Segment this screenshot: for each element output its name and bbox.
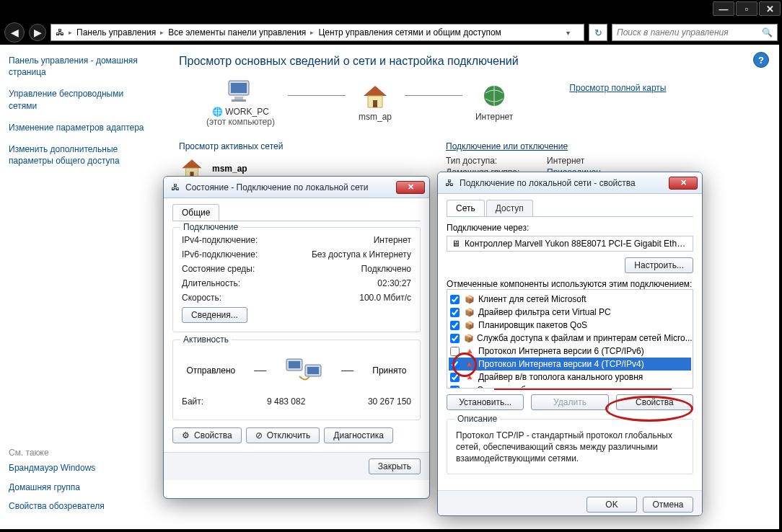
- see-also-internet-options[interactable]: Свойства обозревателя: [9, 500, 150, 512]
- cancel-button-dialog[interactable]: Отмена: [643, 497, 693, 513]
- value-media: Подключено: [361, 264, 411, 274]
- service-icon: 📦: [464, 293, 475, 305]
- globe-small-icon: 🌐: [212, 107, 223, 117]
- component-checkbox[interactable]: [450, 373, 460, 382]
- diagnose-button[interactable]: Диагностика: [324, 427, 393, 443]
- close-dialog-button[interactable]: Закрыть: [369, 458, 421, 474]
- label-ipv6: IPv6-подключение:: [182, 249, 258, 260]
- network-center-icon: 🖧: [56, 27, 64, 37]
- protocol-icon: 🔺: [464, 358, 475, 370]
- search-input[interactable]: [617, 27, 762, 37]
- label-connect-via: Подключение через:: [447, 223, 693, 233]
- component-item[interactable]: 📦Планировщик пакетов QoS: [449, 319, 691, 332]
- help-icon[interactable]: ?: [753, 52, 769, 68]
- see-also-firewall[interactable]: Брандмауэр Windows: [9, 462, 150, 474]
- protocol-icon: 🔺: [464, 345, 475, 357]
- component-item[interactable]: 🔺Ответчик обнаружения топологии канально…: [449, 384, 691, 389]
- sidebar-link-adapter-settings[interactable]: Изменение параметров адаптера: [9, 122, 150, 133]
- value-duration: 02:30:27: [377, 278, 411, 288]
- adapter-icon: 🖧: [171, 182, 180, 192]
- adapter-field: 🖥 Контроллер Marvell Yukon 88E8071 PCI-E…: [447, 236, 693, 252]
- component-checkbox[interactable]: [450, 347, 460, 356]
- component-checkbox[interactable]: [450, 295, 460, 304]
- active-networks-title: Просмотр активных сетей: [179, 141, 446, 151]
- search-box[interactable]: 🔍: [612, 24, 778, 41]
- configure-button[interactable]: Настроить...: [625, 257, 693, 273]
- component-properties-button[interactable]: Свойства: [616, 394, 693, 410]
- svg-rect-2: [234, 97, 243, 99]
- component-item[interactable]: 📦Драйвер фильтра сети Virtual PC: [449, 306, 691, 319]
- adapter-name: Контроллер Marvell Yukon 88E8071 PCI-E G…: [465, 239, 688, 249]
- properties-dialog-close[interactable]: ✕: [669, 177, 698, 190]
- gear-icon: ⚙: [182, 430, 190, 440]
- component-item[interactable]: 🔺Протокол Интернета версии 6 (TCP/IPv6): [449, 345, 691, 358]
- tab-network[interactable]: Сеть: [447, 200, 485, 216]
- svg-rect-6: [373, 100, 377, 107]
- properties-button[interactable]: ⚙Свойства: [172, 427, 242, 443]
- label-bytes: Байт:: [182, 396, 203, 407]
- details-button[interactable]: Сведения...: [182, 307, 247, 323]
- component-checkbox[interactable]: [450, 386, 460, 389]
- component-label: Планировщик пакетов QoS: [478, 320, 587, 330]
- back-button[interactable]: ◀: [4, 22, 25, 43]
- node-pc-sub: (этот компьютер): [206, 117, 275, 127]
- active-network-name[interactable]: msm_ap: [212, 164, 247, 174]
- tab-general[interactable]: Общие: [172, 204, 219, 221]
- component-item[interactable]: 📦Служба доступа к файлам и принтерам сет…: [449, 332, 691, 345]
- crumb-network-center[interactable]: Центр управления сетями и общим доступом: [318, 27, 501, 37]
- ok-button[interactable]: OK: [586, 497, 637, 513]
- search-icon: 🔍: [762, 27, 773, 37]
- globe-icon: [480, 83, 509, 110]
- navigation-bar: ◀ ▶ 🖧 ▸ Панель управления ▸ Все элементы…: [0, 20, 782, 45]
- components-list[interactable]: 📦Клиент для сетей Microsoft📦Драйвер филь…: [447, 289, 693, 389]
- view-full-map-link[interactable]: Просмотр полной карты: [569, 83, 666, 93]
- label-speed: Скорость:: [182, 293, 221, 303]
- breadcrumb[interactable]: 🖧 ▸ Панель управления ▸ Все элементы пан…: [50, 24, 584, 41]
- value-ipv4: Интернет: [374, 235, 411, 245]
- label-components: Отмеченные компоненты используются этим …: [447, 279, 693, 289]
- label-media: Состояние среды:: [182, 264, 255, 274]
- crumb-control-panel[interactable]: Панель управления: [76, 27, 156, 37]
- sidebar-link-wireless[interactable]: Управление беспроводными сетями: [9, 88, 150, 111]
- svg-marker-4: [364, 86, 387, 96]
- maximize-button[interactable]: ▫: [736, 1, 757, 16]
- refresh-button[interactable]: ↻: [589, 24, 607, 41]
- nic-icon: 🖥: [452, 239, 460, 249]
- component-checkbox[interactable]: [450, 360, 460, 369]
- component-checkbox[interactable]: [450, 334, 460, 343]
- forward-button[interactable]: ▶: [29, 24, 46, 41]
- group-description: Описание: [454, 414, 500, 424]
- house-icon: [361, 83, 390, 110]
- component-item[interactable]: 🔺Драйвер в/в тополога канального уровня: [449, 371, 691, 384]
- map-line: [405, 95, 462, 96]
- disable-icon: ⊘: [255, 430, 263, 440]
- service-icon: 📦: [464, 306, 475, 318]
- install-button[interactable]: Установить...: [447, 394, 524, 410]
- group-activity: Активность: [180, 334, 232, 345]
- service-icon: 📦: [464, 332, 474, 344]
- monitors-icon: [285, 355, 322, 386]
- node-internet-name: Интернет: [475, 112, 513, 122]
- see-also-title: См. также: [9, 448, 150, 458]
- component-checkbox[interactable]: [450, 321, 460, 330]
- component-item[interactable]: 🔺Протокол Интернета версии 4 (TCP/IPv4): [449, 358, 691, 371]
- component-item[interactable]: 📦Клиент для сетей Microsoft: [449, 293, 691, 306]
- minimize-button[interactable]: —: [713, 1, 734, 16]
- component-label: Протокол Интернета версии 4 (TCP/IPv4): [478, 359, 644, 369]
- crumb-all-items[interactable]: Все элементы панели управления: [168, 27, 306, 37]
- computer-icon: [226, 78, 255, 105]
- page-heading: Просмотр основных сведений о сети и наст…: [179, 55, 768, 68]
- status-dialog-close[interactable]: ✕: [396, 181, 425, 194]
- chevron-down-icon[interactable]: ▾: [566, 29, 579, 37]
- sidebar-link-home[interactable]: Панель управления - домашняя страница: [9, 55, 150, 78]
- component-checkbox[interactable]: [450, 308, 460, 317]
- value-bytes-recv: 30 267 150: [368, 396, 411, 407]
- close-button[interactable]: ✕: [759, 1, 781, 16]
- connect-disconnect-link[interactable]: Подключение или отключение: [446, 141, 768, 151]
- see-also-homegroup[interactable]: Домашняя группа: [9, 482, 150, 493]
- disable-button[interactable]: ⊘Отключить: [246, 427, 320, 443]
- service-icon: 📦: [464, 319, 475, 331]
- component-label: Протокол Интернета версии 6 (TCP/IPv6): [478, 346, 644, 356]
- sidebar-link-sharing[interactable]: Изменить дополнительные параметры общего…: [9, 143, 150, 167]
- tab-access[interactable]: Доступ: [486, 200, 533, 216]
